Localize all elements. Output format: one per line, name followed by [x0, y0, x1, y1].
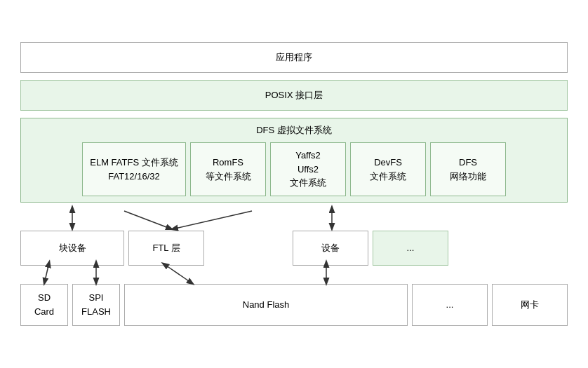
dfs-cell-5: DFS网络功能	[430, 142, 506, 196]
spi-flash: SPIFLASH	[72, 284, 120, 326]
layer2-row: 块设备 FTL 层 设备 ...	[20, 231, 568, 266]
bottom-dots: ...	[412, 284, 488, 326]
ftl-label: FTL 层	[152, 242, 180, 254]
layer2-gap	[208, 231, 288, 266]
posix-label: POSIX 接口层	[265, 89, 323, 102]
block-device: 块设备	[20, 231, 124, 266]
arrows-layer2-to-bottom	[20, 266, 568, 284]
dfs-cell-1: ELM FATFS 文件系统FAT12/16/32	[82, 142, 186, 196]
svg-line-4	[44, 266, 48, 284]
dots-layer: ...	[373, 231, 448, 266]
bottom-row: SDCard SPIFLASH Nand Flash ... 网卡	[20, 284, 568, 326]
dfs-cells-row: ELM FATFS 文件系统FAT12/16/32 RomFS等文件系统 Yaf…	[27, 142, 561, 196]
device-label: 设备	[321, 242, 340, 254]
middle-section: 块设备 FTL 层 设备 ...	[20, 210, 568, 326]
arrows-svg-1	[20, 210, 568, 231]
nand-flash: Nand Flash	[124, 284, 408, 326]
ftl-layer: FTL 层	[128, 231, 204, 266]
architecture-diagram: 应用程序 POSIX 接口层 DFS 虚拟文件系统 ELM FATFS 文件系统…	[20, 42, 568, 326]
app-label: 应用程序	[276, 51, 312, 64]
posix-layer: POSIX 接口层	[20, 80, 568, 111]
sd-card: SDCard	[20, 284, 68, 326]
dfs-cell-2: RomFS等文件系统	[190, 142, 266, 196]
arrows-dfs-to-layer2	[20, 210, 568, 231]
arrows-svg-2	[20, 266, 568, 284]
svg-line-6	[166, 266, 193, 284]
block-device-label: 块设备	[59, 242, 86, 254]
device-layer: 设备	[293, 231, 368, 266]
dfs-layer: DFS 虚拟文件系统 ELM FATFS 文件系统FAT12/16/32 Rom…	[20, 118, 568, 203]
dfs-cell-3: Yaffs2Uffs2文件系统	[270, 142, 346, 196]
network-card: 网卡	[492, 284, 568, 326]
dfs-cell-4: DevFS文件系统	[350, 142, 426, 196]
dfs-title: DFS 虚拟文件系统	[27, 124, 561, 137]
dots-label: ...	[407, 243, 415, 253]
app-layer: 应用程序	[20, 42, 568, 73]
svg-line-1	[124, 211, 172, 229]
svg-line-2	[172, 211, 252, 229]
